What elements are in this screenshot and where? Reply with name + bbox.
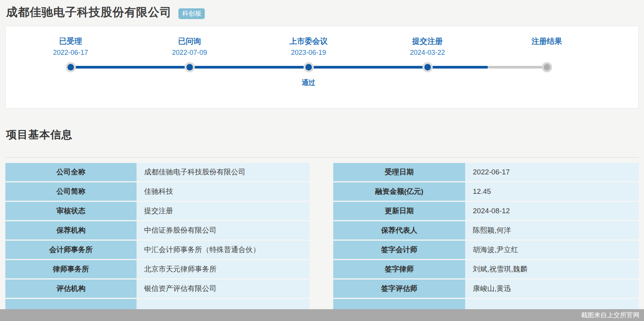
field-label: 会计师事务所 [5,241,137,259]
stage-date: 2023-06-19 [267,49,350,57]
field-label: 律师事务所 [5,260,137,278]
field-value: 佳驰科技 [137,182,310,201]
table-row: 审核状态 提交注册 [5,202,310,220]
field-value: 12.45 [465,182,639,201]
timeline-dot-registration-result [542,62,552,72]
field-label: 更新日期 [333,202,465,220]
committee-result-label: 通过 [267,78,350,87]
timeline-stage-accepted: 已受理 2022-06-17 [29,36,112,57]
table-row: 评估机构 银信资产评估有限公司 [5,279,310,298]
table-row: 签字会计师 胡海波,尹立红 [333,241,639,259]
project-info-table: 公司全称 成都佳驰电子科技股份有限公司 公司简称 佳驰科技 审核状态 提交注册 … [5,163,639,318]
field-value: 胡海波,尹立红 [465,241,639,259]
table-row: 更新日期 2024-08-12 [333,202,639,220]
watermark-text: 截图来自上交所官网 [581,311,639,319]
field-value: 银信资产评估有限公司 [137,279,310,298]
field-label: 受理日期 [333,163,465,181]
timeline-dot-accepted [66,62,76,72]
watermark-bar: 截图来自上交所官网 [0,309,644,321]
field-value: 康峻山,黄迅 [465,279,639,298]
timeline-dot-committee [304,62,314,72]
table-row: 融资金额(亿元) 12.45 [333,182,639,201]
field-value: 2022-06-17 [465,163,639,181]
field-value: 刘斌,祝雪琪,魏麟 [465,260,639,278]
field-label: 公司全称 [5,163,137,181]
stage-name: 已问询 [148,36,231,46]
field-label: 审核状态 [5,202,137,220]
info-table-left: 公司全称 成都佳驰电子科技股份有限公司 公司简称 佳驰科技 审核状态 提交注册 … [5,163,310,318]
field-label: 签字评估师 [333,279,465,298]
field-label: 融资金额(亿元) [333,182,465,201]
field-value: 中信证券股份有限公司 [137,221,310,240]
table-row: 保荐代表人 陈熙颖,何洋 [333,221,639,240]
stage-date: 2022-07-09 [148,49,231,57]
table-row: 会计师事务所 中汇会计师事务所（特殊普通合伙） [5,241,310,259]
field-value: 2024-08-12 [465,202,639,220]
ipo-timeline: 已受理 2022-06-17 已问询 2022-07-09 上市委会议 2023… [5,26,639,109]
table-row: 受理日期 2022-06-17 [333,163,639,181]
stage-date: 2022-06-17 [29,49,112,57]
table-row: 签字律师 刘斌,祝雪琪,魏麟 [333,260,639,278]
stage-name: 已受理 [29,36,112,46]
stage-name: 注册结果 [505,36,589,46]
field-label: 保荐机构 [5,221,137,240]
timeline-dot-inquired [185,62,195,72]
timeline-stage-registration-result: 注册结果 [505,36,589,49]
stage-name: 提交注册 [385,36,469,46]
stage-date: 2024-03-22 [385,49,469,57]
company-title: 成都佳驰电子科技股份有限公司 [6,5,172,20]
field-value: 北京市天元律师事务所 [137,260,310,278]
table-row: 保荐机构 中信证券股份有限公司 [5,221,310,240]
field-value: 成都佳驰电子科技股份有限公司 [137,163,310,181]
table-row: 公司简称 佳驰科技 [5,182,310,201]
field-label: 保荐代表人 [333,221,465,240]
timeline-stage-inquired: 已问询 2022-07-09 [148,36,231,57]
field-value: 提交注册 [137,202,310,220]
page-header: 成都佳驰电子科技股份有限公司 科创板 [0,0,644,21]
field-label: 评估机构 [5,279,137,298]
table-row: 律师事务所 北京市天元律师事务所 [5,260,310,278]
timeline-stage-registration-submitted: 提交注册 2024-03-22 [385,36,469,57]
timeline-dot-registration-submitted [422,62,433,72]
timeline-track-pending [488,66,547,69]
field-label: 签字律师 [333,260,465,278]
stage-name: 上市委会议 [267,36,350,46]
section-title: 项目基本信息 [6,129,72,141]
field-value: 中汇会计师事务所（特殊普通合伙） [137,241,310,259]
table-row: 签字评估师 康峻山,黄迅 [333,279,639,298]
field-label: 签字会计师 [333,241,465,259]
board-badge: 科创板 [178,8,205,19]
field-value: 陈熙颖,何洋 [465,221,639,240]
section-header: 项目基本信息 [5,109,639,158]
info-table-right: 受理日期 2022-06-17 融资金额(亿元) 12.45 更新日期 2024… [333,163,639,318]
field-label: 公司简称 [5,182,137,201]
timeline-stage-committee: 上市委会议 2023-06-19 [267,36,350,57]
table-row: 公司全称 成都佳驰电子科技股份有限公司 [5,163,310,181]
